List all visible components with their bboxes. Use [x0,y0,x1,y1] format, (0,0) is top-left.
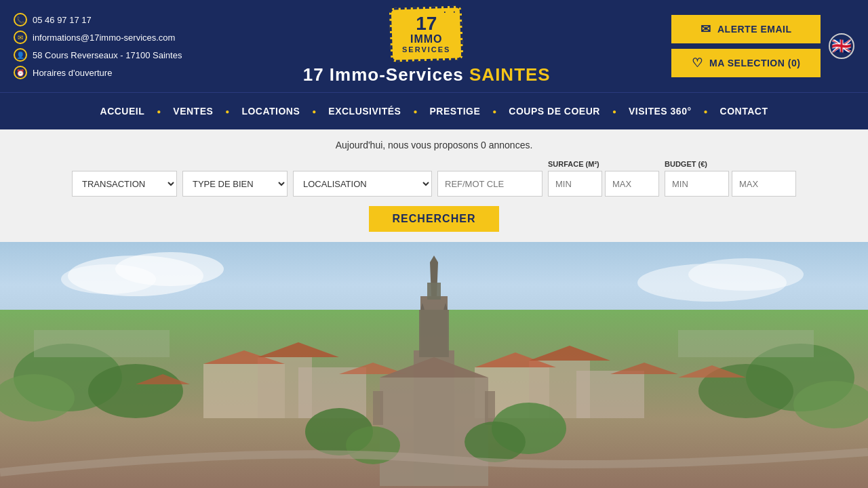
address-text: 58 Cours Reverseaux - 17100 Saintes [33,50,182,60]
surface-label: SURFACE (M²) [548,160,659,168]
phone-number: 05 46 97 17 17 [33,15,92,25]
svg-point-3 [88,364,183,418]
hours-text: Horaires d'ouverture [33,68,112,78]
nav-dot-4: ● [412,108,418,115]
nav-dot-2: ● [224,108,231,115]
surface-min-input[interactable] [548,171,602,197]
nav-dot-7: ● [703,108,709,115]
svg-rect-28 [427,283,441,300]
svg-point-41 [688,258,804,291]
header-center: 17 IMMO SERVICES · · · 17 Immo-Services … [303,7,551,85]
email-btn-icon: ✉ [701,22,711,37]
localisation-select[interactable]: LOCALISATION Saintes La Rochelle Rochefo… [293,171,432,197]
nav-dot-5: ● [491,108,498,115]
nav-item-coups-de-coeur[interactable]: COUPS DE COEUR [498,106,611,117]
budget-min-input[interactable] [665,171,729,197]
nav-dot-6: ● [611,108,618,115]
site-title-accent: SAINTES [469,64,551,85]
svg-rect-26 [419,310,449,357]
logo-dots: · · · [443,4,467,19]
email-icon: ✉ [14,30,27,44]
hero-image [0,242,868,488]
svg-rect-32 [485,391,495,425]
clock-icon: ⏰ [14,66,27,79]
logo-services: SERVICES [402,45,450,54]
phone-icon: 📞 [14,13,27,26]
logo-number: 17 [416,14,437,33]
budget-group: BUDGET (€) [665,160,796,197]
heart-btn-icon: ♡ [692,56,703,70]
type-bien-select[interactable]: TYPE DE BIEN Appartement Maison Terrain … [182,171,288,197]
nav-item-accueil[interactable]: ACCUEIL [90,106,156,117]
alerte-email-label: ALERTE EMAIL [717,24,791,35]
phone-item: 📞 05 46 97 17 17 [14,13,182,26]
header-right-row: ✉ ALERTE EMAIL ♡ MA SELECTION (0) 🇬🇧 [671,15,854,77]
language-selector[interactable]: 🇬🇧 [829,33,854,59]
svg-rect-42 [34,330,170,357]
search-row: TRANSACTION Vente Location TYPE DE BIEN … [14,160,854,197]
svg-point-36 [465,422,526,462]
surface-max-input[interactable] [605,171,659,197]
surface-inputs [548,171,659,197]
nav-item-contact[interactable]: CONTACT [709,106,779,117]
logo-inner: 17 IMMO SERVICES [402,14,450,54]
email-item: ✉ informations@17immo-services.com [14,30,182,44]
nav-item-locations[interactable]: LOCATIONS [231,106,311,117]
search-announce: Aujourd'hui, nous vous proposons 0 annon… [14,140,854,150]
rechercher-button[interactable]: RECHERCHER [369,206,500,232]
address-icon: 👤 [14,48,27,62]
ma-selection-button[interactable]: ♡ MA SELECTION (0) [671,49,821,77]
nav-item-ventes[interactable]: VENTES [162,106,224,117]
logo-immo: IMMO [410,33,443,45]
address-item: 👤 58 Cours Reverseaux - 17100 Saintes [14,48,182,62]
nav-dot-3: ● [311,108,317,115]
svg-rect-13 [576,371,644,418]
budget-label: BUDGET (€) [665,160,796,168]
ma-selection-label: MA SELECTION (0) [709,58,800,68]
header-right: ✉ ALERTE EMAIL ♡ MA SELECTION (0) 🇬🇧 [671,15,854,77]
header-left: 📞 05 46 97 17 17 ✉ informations@17immo-s… [14,13,182,79]
logo-badge[interactable]: 17 IMMO SERVICES · · · [389,5,464,62]
budget-max-input[interactable] [732,171,796,197]
nav-item-visites-360[interactable]: VISITES 360° [618,106,703,117]
header: 📞 05 46 97 17 17 ✉ informations@17immo-s… [0,0,868,92]
site-title: 17 Immo-Services SAINTES [303,64,551,85]
svg-rect-43 [678,330,814,357]
hours-item[interactable]: ⏰ Horaires d'ouverture [14,66,182,79]
search-section: Aujourd'hui, nous vous proposons 0 annon… [0,129,868,242]
site-title-prefix: 17 Immo-Services [303,64,469,85]
navbar: ACCUEIL ● VENTES ● LOCATIONS ● EXCLUSIVI… [0,92,868,129]
budget-inputs [665,171,796,197]
svg-rect-31 [373,391,383,425]
alerte-email-button[interactable]: ✉ ALERTE EMAIL [671,15,821,43]
nav-item-exclusivites[interactable]: EXCLUSIVITÉS [317,106,412,117]
flag-icon: 🇬🇧 [831,37,852,56]
nav-dot-1: ● [155,108,162,115]
nav-item-prestige[interactable]: PRESTIGE [419,106,492,117]
email-address: informations@17immo-services.com [33,33,175,43]
transaction-select[interactable]: TRANSACTION Vente Location [72,171,177,197]
surface-group: SURFACE (M²) [548,160,659,197]
nav-items: ACCUEIL ● VENTES ● LOCATIONS ● EXCLUSIVI… [90,106,779,117]
svg-point-39 [61,264,156,294]
ref-input[interactable] [437,171,542,197]
hero-svg [0,242,868,488]
